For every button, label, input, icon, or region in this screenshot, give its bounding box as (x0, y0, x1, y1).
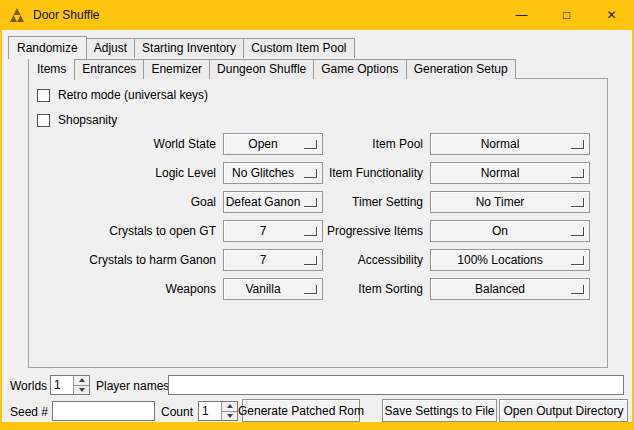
spin-down-icon[interactable] (73, 385, 89, 395)
progressive-items-label: Progressive Items (323, 224, 430, 238)
option-row: Crystals to harm Ganon 7 Accessibility 1… (29, 249, 607, 271)
dropdown-weapons[interactable]: Vanilla (223, 278, 323, 300)
option-row: Goal Defeat Ganon Timer Setting No Timer (29, 191, 607, 213)
dropdown-accessibility[interactable]: 100% Locations (430, 249, 590, 271)
seed-field[interactable] (52, 401, 155, 421)
logic-level-label: Logic Level (29, 166, 223, 180)
tab-randomize[interactable]: Randomize (8, 36, 87, 59)
dropdown-value: Normal (481, 137, 520, 151)
menu-indicator-icon (571, 140, 584, 149)
menu-indicator-icon (571, 198, 584, 207)
tab-entrances[interactable]: Entrances (74, 59, 144, 79)
checkbox-icon[interactable] (37, 114, 50, 127)
player-names-field[interactable] (168, 375, 624, 395)
generate-patched-rom-button[interactable]: Generate Patched Rom (242, 399, 360, 422)
tab-enemizer[interactable]: Enemizer (143, 59, 210, 79)
menu-indicator-icon (571, 285, 584, 294)
window-content: Randomize Adjust Starting Inventory Cust… (2, 30, 632, 422)
dropdown-world-state[interactable]: Open (223, 133, 323, 155)
dropdown-progressive-items[interactable]: On (430, 220, 590, 242)
dropdown-timer-setting[interactable]: No Timer (430, 191, 590, 213)
tab-custom-item-pool[interactable]: Custom Item Pool (243, 38, 354, 58)
spin-down-icon[interactable] (221, 411, 237, 421)
item-sorting-label: Item Sorting (323, 282, 430, 296)
item-functionality-label: Item Functionality (323, 166, 430, 180)
item-pool-label: Item Pool (323, 137, 430, 151)
spin-up-icon[interactable] (221, 402, 237, 411)
close-icon[interactable]: ✕ (589, 0, 634, 30)
dropdown-value: Normal (481, 166, 520, 180)
option-grid: World State Open Item Pool Normal Logic … (29, 133, 607, 307)
window-title: Door Shuffle (33, 8, 100, 22)
menu-indicator-icon (571, 256, 584, 265)
save-settings-button[interactable]: Save Settings to File (382, 399, 497, 422)
inner-tab-bar: Items Entrances Enemizer Dungeon Shuffle… (28, 57, 515, 79)
tab-items[interactable]: Items (28, 57, 75, 80)
option-row: Crystals to open GT 7 Progressive Items … (29, 220, 607, 242)
tab-starting-inventory[interactable]: Starting Inventory (134, 38, 244, 58)
tab-generation-setup[interactable]: Generation Setup (406, 59, 516, 79)
count-input[interactable] (199, 402, 221, 420)
count-label: Count (161, 405, 193, 419)
spin-up-icon[interactable] (73, 376, 89, 385)
dropdown-value: Balanced (475, 282, 525, 296)
accessibility-label: Accessibility (323, 253, 430, 267)
option-row: Logic Level No Glitches Item Functionali… (29, 162, 607, 184)
dropdown-value: Defeat Ganon (226, 195, 301, 209)
dropdown-crystals-open-gt[interactable]: 7 (223, 220, 323, 242)
seed-input[interactable] (53, 402, 154, 420)
menu-indicator-icon (571, 169, 584, 178)
menu-indicator-icon (304, 140, 317, 149)
open-output-directory-button[interactable]: Open Output Directory (499, 399, 628, 422)
tab-adjust[interactable]: Adjust (86, 38, 135, 58)
dropdown-item-functionality[interactable]: Normal (430, 162, 590, 184)
triforce-app-icon (9, 7, 25, 23)
dropdown-item-sorting[interactable]: Balanced (430, 278, 590, 300)
count-spinbox[interactable] (198, 401, 238, 421)
worlds-label: Worlds (10, 379, 47, 393)
dropdown-value: 7 (260, 224, 267, 238)
dropdown-goal[interactable]: Defeat Ganon (223, 191, 323, 213)
title-bar: Door Shuffle — □ ✕ (0, 0, 634, 30)
shopsanity-label: Shopsanity (58, 113, 117, 127)
dropdown-value: No Timer (476, 195, 525, 209)
items-pane: Retro mode (universal keys) Shopsanity W… (28, 78, 608, 368)
dropdown-crystals-harm-ganon[interactable]: 7 (223, 249, 323, 271)
menu-indicator-icon (304, 227, 317, 236)
retro-mode-checkbox[interactable]: Retro mode (universal keys) (37, 87, 208, 103)
player-names-label: Player names (96, 379, 169, 393)
player-names-input[interactable] (169, 376, 623, 394)
crystals-harm-ganon-label: Crystals to harm Ganon (29, 253, 223, 267)
menu-indicator-icon (304, 256, 317, 265)
window-controls: — □ ✕ (499, 0, 634, 30)
option-row: Weapons Vanilla Item Sorting Balanced (29, 278, 607, 300)
seed-label: Seed # (10, 405, 48, 419)
crystals-open-gt-label: Crystals to open GT (29, 224, 223, 238)
dropdown-item-pool[interactable]: Normal (430, 133, 590, 155)
dropdown-value: Open (248, 137, 277, 151)
retro-mode-label: Retro mode (universal keys) (58, 88, 208, 102)
goal-label: Goal (29, 195, 223, 209)
spinner-arrows (73, 376, 89, 394)
checkbox-icon[interactable] (37, 89, 50, 102)
tab-game-options[interactable]: Game Options (313, 59, 406, 79)
weapons-label: Weapons (29, 282, 223, 296)
menu-indicator-icon (304, 198, 317, 207)
dropdown-value: No Glitches (232, 166, 294, 180)
menu-indicator-icon (571, 227, 584, 236)
dropdown-value: 7 (260, 253, 267, 267)
dropdown-value: On (492, 224, 508, 238)
outer-tab-bar: Randomize Adjust Starting Inventory Cust… (8, 36, 354, 58)
worlds-spinbox[interactable] (50, 375, 90, 395)
spinner-arrows (221, 402, 237, 420)
dropdown-value: Vanilla (245, 282, 280, 296)
maximize-icon[interactable]: □ (544, 0, 589, 30)
dropdown-logic-level[interactable]: No Glitches (223, 162, 323, 184)
minimize-icon[interactable]: — (499, 0, 544, 30)
dropdown-value: 100% Locations (457, 253, 542, 267)
menu-indicator-icon (304, 285, 317, 294)
tab-dungeon-shuffle[interactable]: Dungeon Shuffle (209, 59, 314, 79)
app-window: Door Shuffle — □ ✕ Randomize Adjust Star… (0, 0, 634, 430)
worlds-input[interactable] (51, 376, 73, 394)
shopsanity-checkbox[interactable]: Shopsanity (37, 112, 117, 128)
